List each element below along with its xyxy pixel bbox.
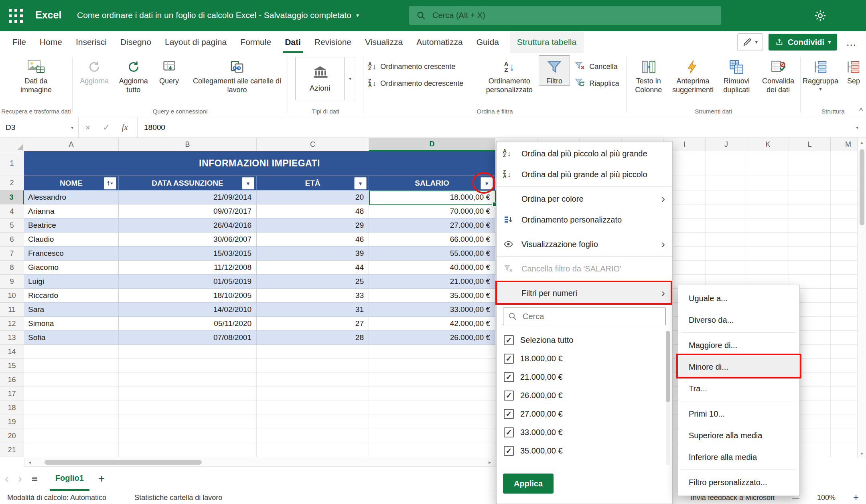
data-types-gallery[interactable]: Azioni ▾ — [295, 57, 356, 100]
cell-C9[interactable]: 25 — [257, 275, 369, 289]
cell-D8[interactable]: 40.000,00 € — [369, 261, 495, 275]
workbook-links-button[interactable]: Collegamenti alle cartelle di lavoro — [187, 55, 288, 95]
data-validation-button[interactable]: Convalida dei dati — [756, 55, 800, 95]
cell-B3[interactable]: 21/09/2014 — [119, 190, 257, 204]
apply-filter-button[interactable]: Applica — [503, 474, 554, 494]
menu-item-cancella-filtro-da-salario[interactable]: Cancella filtro da 'SALARIO' — [497, 258, 672, 279]
column-header-L[interactable]: L — [789, 138, 831, 151]
column-header-A[interactable]: A — [24, 138, 119, 151]
menu-item-ordinamento-personalizzato[interactable]: Ordinamento personalizzato — [497, 209, 672, 230]
cell-A14[interactable] — [24, 345, 119, 359]
cell-K8[interactable] — [747, 261, 789, 275]
filter-value-27-000-00[interactable]: ✓27.000,00 € — [497, 405, 672, 423]
tab-dati[interactable]: Dati — [278, 31, 308, 53]
cell-A5[interactable]: Beatrice — [24, 219, 119, 233]
data-types-actions[interactable]: Azioni — [296, 57, 344, 100]
cell-L8[interactable] — [789, 261, 831, 275]
cell-D12[interactable]: 42.000,00 € — [369, 317, 495, 331]
cell-L1[interactable] — [789, 151, 831, 176]
cell-D11[interactable]: 33.000,00 € — [369, 303, 495, 317]
more-options-button[interactable]: … — [843, 36, 860, 49]
filter-button-salario[interactable]: ▾ — [481, 177, 493, 189]
tab-home[interactable]: Home — [33, 31, 69, 53]
cell-B21[interactable] — [119, 443, 257, 457]
cell-K3[interactable] — [747, 190, 789, 204]
cell-J2[interactable] — [706, 176, 747, 190]
cell-A9[interactable]: Luigi — [24, 275, 119, 289]
share-button[interactable]: Condividi ▾ — [769, 34, 837, 51]
cell-A11[interactable]: Sara — [24, 303, 119, 317]
row-header-1[interactable]: 1 — [0, 151, 24, 176]
filter-value-35-000-00[interactable]: ✓35.000,00 € — [497, 441, 672, 460]
checkbox-checked-icon[interactable]: ✓ — [504, 427, 514, 437]
submenu-item-filtro-personalizzato[interactable]: Filtro personalizzato... — [678, 472, 799, 493]
select-all-corner[interactable] — [0, 138, 24, 151]
filter-value-21-000-00[interactable]: ✓21.000,00 € — [497, 368, 672, 386]
all-sheets-menu-icon[interactable]: ≡ — [27, 474, 43, 484]
row-header-13[interactable]: 13 — [0, 331, 24, 345]
cell-A18[interactable] — [24, 401, 119, 415]
submenu-item-superiore-alla-media[interactable]: Superiore alla media — [678, 425, 799, 446]
cell-B20[interactable] — [119, 429, 257, 443]
column-header-D[interactable]: D — [369, 138, 495, 151]
zoom-in-icon[interactable]: + — [853, 492, 859, 503]
calculation-mode-status[interactable]: Modalità di calcolo: Automatico — [7, 494, 106, 502]
tab-guida[interactable]: Guida — [470, 31, 506, 53]
add-sheet-button[interactable]: + — [98, 472, 105, 485]
cell-K2[interactable] — [747, 176, 789, 190]
cell-A7[interactable]: Francesco — [24, 247, 119, 261]
filter-value-26-000-00[interactable]: ✓26.000,00 € — [497, 386, 672, 405]
cell-K4[interactable] — [747, 204, 789, 219]
workbook-statistics-button[interactable]: Statistiche cartella di lavoro — [134, 494, 222, 502]
query-button[interactable]: Query — [155, 55, 183, 86]
row-header-3[interactable]: 3 — [0, 190, 24, 204]
text-to-columns-button[interactable]: Testo in Colonne — [629, 55, 668, 95]
cell-C21[interactable] — [257, 443, 369, 457]
cell-A13[interactable]: Sofia — [24, 331, 119, 345]
cell-C12[interactable]: 27 — [257, 317, 369, 331]
cell-C19[interactable] — [257, 415, 369, 429]
cell-B8[interactable]: 11/12/2008 — [119, 261, 257, 275]
flash-fill-button[interactable]: Anteprima suggerimenti — [669, 55, 717, 95]
row-header-12[interactable]: 12 — [0, 317, 24, 331]
cell-B5[interactable]: 26/04/2016 — [119, 219, 257, 233]
submenu-item-minore-di[interactable]: Minore di... — [678, 356, 799, 378]
row-header-11[interactable]: 11 — [0, 303, 24, 317]
row-header-8[interactable]: 8 — [0, 261, 24, 275]
cell-L7[interactable] — [789, 247, 831, 261]
cell-C18[interactable] — [257, 401, 369, 415]
row-header-7[interactable]: 7 — [0, 247, 24, 261]
cell-A10[interactable]: Riccardo — [24, 289, 119, 303]
cell-C13[interactable]: 28 — [257, 331, 369, 345]
horizontal-scrollbar-thumb[interactable] — [45, 460, 202, 465]
scroll-up-icon[interactable]: ▴ — [858, 140, 866, 145]
cell-D6[interactable]: 66.000,00 € — [369, 233, 495, 247]
submenu-item-diverso-da[interactable]: Diverso da... — [678, 309, 799, 331]
cell-L3[interactable] — [789, 190, 831, 204]
tab-formule[interactable]: Formule — [233, 31, 278, 53]
table-header-salario[interactable]: SALARIO▾ — [369, 176, 495, 190]
submenu-item-inferiore-alla-media[interactable]: Inferiore alla media — [678, 446, 799, 468]
group-button[interactable]: Raggruppa ▾ — [802, 55, 839, 92]
expand-formula-bar-icon[interactable]: ▾ — [848, 125, 866, 130]
row-header-20[interactable]: 20 — [0, 429, 24, 443]
cell-B19[interactable] — [119, 415, 257, 429]
cell-A16[interactable] — [24, 373, 119, 387]
column-header-B[interactable]: B — [119, 138, 257, 151]
cell-A6[interactable]: Claudio — [24, 233, 119, 247]
scroll-down-icon[interactable]: ▾ — [858, 451, 866, 456]
cell-B16[interactable] — [119, 373, 257, 387]
submenu-item-maggiore-di[interactable]: Maggiore di... — [678, 334, 799, 356]
filter-button-data-assunzione[interactable]: ▾ — [242, 177, 254, 189]
menu-item-ordina-dal-piu-piccolo-al-piu-grande[interactable]: AZ↓Ordina dal più piccolo al più grande — [497, 143, 672, 164]
gallery-chevron-button[interactable]: ▾ — [344, 57, 356, 100]
menu-item-visualizzazione-foglio[interactable]: Visualizzazione foglio› — [497, 234, 672, 255]
row-header-6[interactable]: 6 — [0, 233, 24, 247]
cell-D14[interactable] — [369, 345, 495, 359]
cell-J5[interactable] — [706, 219, 747, 233]
cell-K1[interactable] — [747, 151, 789, 176]
ungroup-button[interactable]: Sep — [841, 55, 866, 86]
checkbox-checked-icon[interactable]: ✓ — [504, 372, 514, 382]
row-header-17[interactable]: 17 — [0, 387, 24, 401]
cell-J1[interactable] — [706, 151, 747, 176]
